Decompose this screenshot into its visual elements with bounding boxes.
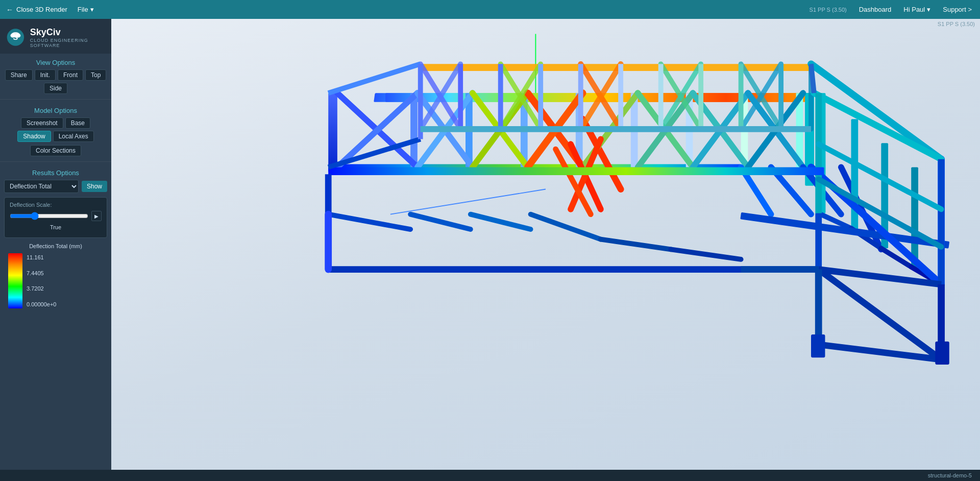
svg-line-78 [328, 214, 410, 229]
topnav-right: S1 PP S (3.50) Dashboard Hi Paul ▾ Suppo… [810, 6, 980, 13]
skyciv-logo-icon: S [6, 26, 25, 49]
show-button[interactable]: Show [82, 181, 107, 192]
3d-viewport[interactable]: S1 PP S (3.50) [111, 19, 980, 470]
svg-line-79 [410, 214, 471, 229]
arrow-left-icon: ← [6, 6, 13, 14]
structure-visualization [111, 19, 980, 470]
deflection-scale-slider[interactable] [10, 212, 88, 220]
view-options-title: View Options [0, 54, 111, 69]
svg-line-72 [819, 144, 941, 209]
svg-line-80 [471, 214, 531, 229]
svg-line-66 [811, 64, 941, 159]
svg-point-4 [15, 33, 20, 37]
svg-rect-92 [811, 334, 825, 357]
legend-max-value: 11.161 [27, 254, 56, 260]
color-bar [8, 253, 22, 308]
svg-line-81 [531, 214, 601, 239]
version-label: S1 PP S (3.50) [810, 7, 847, 13]
deflection-scale-box: Deflection Scale: ▶ True [4, 197, 107, 238]
svg-rect-60 [911, 167, 918, 267]
share-button[interactable]: Share [5, 69, 33, 81]
version-info: S1 PP S (3.50) [938, 21, 975, 27]
svg-line-93 [328, 64, 421, 93]
user-dropdown-arrow: ▾ [927, 6, 930, 13]
deflection-unit-label: Deflection Total (mm) [4, 243, 107, 249]
base-button[interactable]: Base [65, 117, 90, 129]
top-navigation: ← Close 3D Render File ▾ S1 PP S (3.50) … [0, 0, 980, 19]
logo-brand-text: SkyCiv [30, 27, 105, 38]
legend-values: 11.161 7.4405 3.7202 0.00000e+0 [27, 253, 56, 308]
top-button[interactable]: Top [85, 69, 106, 81]
play-button[interactable]: ▶ [91, 211, 102, 221]
project-label: structural-demo-5 [928, 472, 972, 478]
results-options-section: Results Options Deflection Total Show De… [0, 164, 111, 308]
view-buttons-row: Share Init. Front Top Side [0, 69, 111, 97]
user-menu-button[interactable]: Hi Paul ▾ [903, 6, 930, 13]
side-button[interactable]: Side [44, 83, 67, 94]
file-dropdown-arrow: ▾ [90, 6, 94, 13]
close-render-label: Close 3D Render [16, 6, 67, 13]
color-sections-button[interactable]: Color Sections [30, 145, 81, 156]
model-options-title: Model Options [0, 102, 111, 117]
results-options-title: Results Options [0, 164, 111, 180]
logo-area: S SkyCiv Cloud Engineering Software [0, 19, 111, 54]
scale-slider-row: ▶ [10, 211, 102, 221]
front-button[interactable]: Front [58, 69, 83, 81]
topnav-left: ← Close 3D Render File ▾ [6, 6, 94, 14]
init-button[interactable]: Init. [35, 69, 56, 81]
file-menu-button[interactable]: File ▾ [78, 6, 94, 13]
sidebar: S SkyCiv Cloud Engineering Software View… [0, 19, 111, 470]
results-options-content: Deflection Total Show Deflection Scale: … [0, 180, 111, 308]
svg-line-6 [390, 189, 546, 214]
result-select-row: Deflection Total Show [4, 180, 107, 193]
deflection-scale-label: Deflection Scale: [10, 202, 102, 208]
local-axes-button[interactable]: Local Axes [53, 131, 94, 142]
hi-paul-label: Hi Paul [903, 6, 925, 13]
dashboard-link[interactable]: Dashboard [859, 6, 892, 13]
screenshot-button[interactable]: Screenshot [21, 117, 63, 129]
result-type-select[interactable]: Deflection Total [4, 180, 79, 193]
support-link[interactable]: Support > [943, 6, 972, 13]
svg-point-3 [10, 33, 15, 37]
close-3d-render-button[interactable]: ← Close 3D Render [6, 6, 67, 14]
file-label: File [78, 6, 88, 13]
divider-1 [0, 99, 111, 100]
svg-rect-74 [328, 167, 824, 175]
view-options-section: View Options Share Init. Front Top Side [0, 54, 111, 97]
svg-line-94 [811, 64, 814, 93]
divider-2 [0, 161, 111, 162]
logo-text: SkyCiv Cloud Engineering Software [30, 27, 105, 48]
legend-mid-upper-value: 7.4405 [27, 270, 56, 276]
svg-rect-10 [328, 93, 337, 172]
bottom-bar: structural-demo-5 [0, 470, 980, 481]
legend-mid-lower-value: 3.7202 [27, 285, 56, 292]
model-buttons-row: Screenshot Base Shadow Local Axes [0, 117, 111, 145]
main-area: S SkyCiv Cloud Engineering Software View… [0, 19, 980, 470]
svg-rect-13 [410, 93, 418, 167]
svg-rect-91 [935, 342, 949, 365]
legend-min-value: 0.00000e+0 [27, 301, 56, 307]
svg-line-83 [671, 249, 741, 259]
color-sections-row: Color Sections [0, 145, 111, 159]
model-options-section: Model Options Screenshot Base Shadow Loc… [0, 102, 111, 159]
svg-line-82 [601, 239, 671, 250]
true-label: True [10, 224, 102, 230]
shadow-button[interactable]: Shadow [17, 131, 51, 142]
logo-sub-text: Cloud Engineering Software [30, 38, 105, 48]
color-legend: 11.161 7.4405 3.7202 0.00000e+0 [4, 253, 107, 308]
